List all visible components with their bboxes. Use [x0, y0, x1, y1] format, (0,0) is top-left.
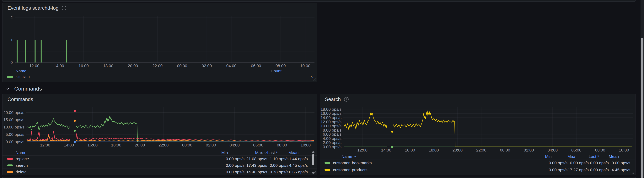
svg-text:14:00: 14:00: [381, 148, 392, 152]
search-chart[interactable]: 12:0014:0016:0018:0020:0022:0000:0002:00…: [322, 107, 634, 153]
stat-last: 0.00 ops/s: [267, 163, 288, 168]
panel-title[interactable]: Search: [325, 96, 341, 102]
scroll-up-icon[interactable]: [312, 151, 314, 153]
svg-text:22:00: 22:00: [476, 148, 486, 152]
svg-text:4.00 ops/s: 4.00 ops/s: [323, 136, 342, 141]
panel-title[interactable]: Commands: [8, 96, 33, 102]
legend-scroll-thumb[interactable]: [312, 154, 314, 165]
page-scrollbar-thumb[interactable]: [641, 38, 644, 178]
stat-mean: 0.00 ops/s: [609, 161, 630, 165]
legend-header-max[interactable]: Max: [255, 150, 267, 155]
search-legend: Name Min Max Last * Mean customer_bookma…: [320, 154, 635, 173]
event-logs-chart[interactable]: 12:0014:0016:0018:0020:0022:0000:0002:00…: [4, 12, 316, 68]
svg-text:0: 0: [10, 60, 13, 65]
event-logs-legend: Name Count SIGKILL 5: [2, 68, 317, 80]
panel-header: Commands: [2, 94, 317, 103]
series-swatch[interactable]: [7, 76, 13, 78]
panel-title[interactable]: Event logs searchd-log: [8, 5, 58, 11]
commands-chart[interactable]: 12:0014:0016:0018:0020:0022:0000:0002:00…: [4, 107, 316, 148]
series-name[interactable]: customer_bookmarks: [333, 161, 372, 165]
svg-text:0.00 ops/s: 0.00 ops/s: [6, 139, 24, 144]
svg-text:08:00: 08:00: [277, 143, 287, 147]
legend-header-min[interactable]: Min: [545, 154, 568, 159]
svg-text:12.00 ops/s: 12.00 ops/s: [322, 120, 342, 124]
stat-max: 17.43 ops/s: [244, 163, 267, 168]
legend-header-min[interactable]: Min: [221, 150, 244, 155]
panel-resize-handle[interactable]: [312, 170, 316, 174]
svg-text:00:00: 00:00: [177, 63, 187, 68]
sort-asc-icon: [354, 155, 357, 158]
stat-max: 14.46 ops/s: [244, 170, 267, 174]
chevron-down-icon[interactable]: [6, 86, 10, 91]
svg-text:16.00 ops/s: 16.00 ops/s: [322, 111, 342, 116]
panel-header: Event logs searchd-log: [2, 3, 317, 12]
legend-header-max[interactable]: Max: [568, 154, 589, 159]
svg-text:20:00: 20:00: [128, 63, 138, 68]
svg-text:16:00: 16:00: [78, 63, 89, 68]
svg-text:04:00: 04:00: [226, 63, 236, 68]
panel-commands: Commands 12:0014:0016:0018:0020:0022:000…: [2, 94, 317, 175]
next-row-panel-edge: [320, 177, 636, 178]
dashboard: { "colors": { "page_bg": "#111217", "pan…: [0, 0, 644, 178]
svg-text:00:00: 00:00: [182, 143, 192, 147]
previous-row-panel-edge: [2, 0, 636, 2]
section-row-commands[interactable]: Commands: [6, 85, 42, 93]
svg-text:2.00 ops/s: 2.00 ops/s: [323, 140, 342, 145]
svg-text:12:00: 12:00: [357, 148, 368, 152]
page-scrollbar-track[interactable]: [640, 0, 644, 178]
series-name[interactable]: replace: [16, 156, 29, 161]
svg-text:16:00: 16:00: [88, 143, 98, 147]
svg-text:10:00: 10:00: [300, 63, 310, 68]
svg-text:06:00: 06:00: [251, 63, 261, 68]
svg-text:2: 2: [10, 15, 13, 20]
series-name[interactable]: search: [16, 163, 28, 168]
svg-text:04:00: 04:00: [548, 148, 558, 152]
svg-text:20:00: 20:00: [452, 148, 463, 152]
series-name[interactable]: SIGKILL: [16, 75, 31, 79]
svg-text:18:00: 18:00: [103, 63, 113, 68]
svg-text:22:00: 22:00: [158, 143, 169, 147]
svg-text:18.00 ops/s: 18.00 ops/s: [322, 107, 342, 112]
stat-mean: 4.45 ops/s: [288, 163, 308, 168]
legend-header-last[interactable]: Last *: [589, 154, 609, 159]
stat-max: 0.00 ops/s: [568, 161, 589, 165]
legend-header-name[interactable]: Name: [333, 154, 357, 159]
stat-min: 0.00 ops/s: [221, 156, 244, 161]
section-title[interactable]: Commands: [14, 86, 42, 92]
svg-text:02:00: 02:00: [524, 148, 534, 152]
svg-text:02:00: 02:00: [206, 143, 216, 147]
legend-header-count[interactable]: Count: [271, 69, 313, 73]
series-swatch[interactable]: [324, 169, 330, 171]
legend-header-last[interactable]: Last *: [267, 150, 288, 155]
legend-row-customer-bookmarks: customer_bookmarks 0.00 ops/s 0.00 ops/s…: [320, 159, 635, 166]
svg-text:14.00 ops/s: 14.00 ops/s: [322, 115, 342, 120]
svg-text:0.00 ops/s: 0.00 ops/s: [323, 144, 342, 149]
svg-text:08:00: 08:00: [595, 148, 605, 152]
stat-last: 1.10 ops/s: [267, 156, 288, 161]
stat-mean: 1.44 ops/s: [288, 156, 308, 161]
stat-min: 0.00 ops/s: [545, 161, 568, 165]
info-icon[interactable]: [62, 6, 66, 11]
svg-text:16:00: 16:00: [405, 148, 415, 152]
panel-search: Search 12:0014:0016:0018:0020:0022:0000:…: [320, 94, 636, 175]
svg-text:14:00: 14:00: [54, 63, 64, 68]
stat-max: 17.27 ops/s: [568, 167, 589, 172]
panel-resize-handle[interactable]: [312, 77, 316, 81]
legend-header-mean[interactable]: Mean: [288, 150, 308, 155]
legend-header-name[interactable]: Name: [7, 69, 271, 73]
commands-legend: Name Min Max Last * Mean replace 0.00 op…: [2, 150, 317, 175]
svg-text:18:00: 18:00: [429, 148, 439, 152]
legend-header-mean[interactable]: Mean: [609, 154, 630, 159]
legend-row: SIGKILL 5: [2, 74, 317, 80]
series-swatch[interactable]: [7, 158, 13, 160]
legend-header-name[interactable]: Name: [7, 150, 221, 155]
series-name[interactable]: customer_products: [333, 167, 368, 172]
series-name[interactable]: delete: [16, 170, 26, 174]
series-swatch[interactable]: [324, 162, 330, 164]
stat-min: 0.00 ops/s: [221, 170, 244, 174]
series-swatch[interactable]: [7, 171, 13, 173]
panel-resize-handle[interactable]: [631, 170, 634, 174]
svg-text:10:00: 10:00: [300, 143, 311, 147]
info-icon[interactable]: [344, 97, 349, 102]
series-swatch[interactable]: [7, 164, 13, 166]
